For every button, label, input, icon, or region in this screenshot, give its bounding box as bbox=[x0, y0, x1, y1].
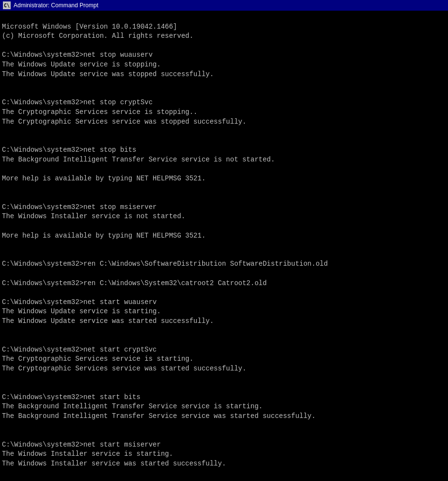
empty-line bbox=[2, 240, 446, 250]
output-line: More help is available by typing NET HEL… bbox=[2, 231, 446, 241]
empty-line bbox=[2, 269, 446, 279]
command-line: C:\Windows\system32>net start bits bbox=[2, 393, 446, 402]
output-line: The Windows Update service was started s… bbox=[2, 317, 446, 326]
output-line: The Background Intelligent Transfer Serv… bbox=[2, 402, 446, 412]
output-line: The Cryptographic Services service is st… bbox=[2, 108, 446, 117]
command-line: C:\Windows\system32>net start wuauserv bbox=[2, 298, 446, 307]
title-bar-icon: C\ bbox=[3, 1, 11, 9]
empty-line bbox=[2, 431, 446, 440]
output-line: (c) Microsoft Corporation. All rights re… bbox=[2, 32, 446, 41]
output-line: The Windows Update service was stopped s… bbox=[2, 70, 446, 80]
command-line: C:\Windows\system32>net start cryptSvc bbox=[2, 345, 446, 355]
command-line: C:\Windows\system32>net stop cryptSvc bbox=[2, 98, 446, 108]
empty-line bbox=[2, 421, 446, 431]
command-line: C:\Windows\system32>net stop msiserver bbox=[2, 203, 446, 212]
empty-line bbox=[2, 89, 446, 98]
output-line: The Windows Update service is starting. bbox=[2, 307, 446, 317]
command-line: C:\Windows\system32>net stop wuauserv bbox=[2, 50, 446, 60]
output-line: The Windows Installer service is not sta… bbox=[2, 212, 446, 222]
output-line: The Cryptographic Services service was s… bbox=[2, 364, 446, 374]
output-line: The Background Intelligent Transfer Serv… bbox=[2, 412, 446, 421]
empty-line bbox=[2, 193, 446, 203]
output-line: Microsoft Windows [Version 10.0.19042.14… bbox=[2, 22, 446, 32]
empty-line bbox=[2, 288, 446, 298]
command-line: C:\Windows\system32>ren C:\Windows\Syste… bbox=[2, 279, 446, 289]
empty-line bbox=[2, 79, 446, 89]
output-line: The Cryptographic Services service is st… bbox=[2, 354, 446, 364]
title-bar: C\ Administrator: Command Prompt bbox=[0, 0, 448, 11]
empty-line bbox=[2, 165, 446, 175]
output-line: More help is available by typing NET HEL… bbox=[2, 174, 446, 184]
empty-line bbox=[2, 41, 446, 51]
output-line: The Windows Installer service is startin… bbox=[2, 449, 446, 459]
empty-line bbox=[2, 127, 446, 136]
empty-line bbox=[2, 222, 446, 231]
command-line: C:\Windows\system32>ren C:\Windows\Softw… bbox=[2, 259, 446, 269]
output-line: The Windows Update service is stopping. bbox=[2, 60, 446, 70]
empty-line bbox=[2, 336, 446, 345]
output-line: The Background Intelligent Transfer Serv… bbox=[2, 155, 446, 165]
command-line: C:\Windows\system32>net start msiserver bbox=[2, 440, 446, 450]
output-line: The Cryptographic Services service was s… bbox=[2, 117, 446, 127]
empty-line bbox=[2, 383, 446, 393]
empty-line bbox=[2, 469, 446, 479]
empty-line bbox=[2, 184, 446, 193]
empty-line bbox=[2, 250, 446, 260]
title-bar-text: Administrator: Command Prompt bbox=[14, 2, 445, 9]
command-line: C:\Windows\system32>net stop bits bbox=[2, 145, 446, 155]
empty-line bbox=[2, 326, 446, 336]
terminal-content[interactable]: Microsoft Windows [Version 10.0.19042.14… bbox=[0, 11, 448, 480]
output-line: The Windows Installer service was starte… bbox=[2, 459, 446, 469]
empty-line bbox=[2, 136, 446, 146]
empty-line bbox=[2, 374, 446, 384]
